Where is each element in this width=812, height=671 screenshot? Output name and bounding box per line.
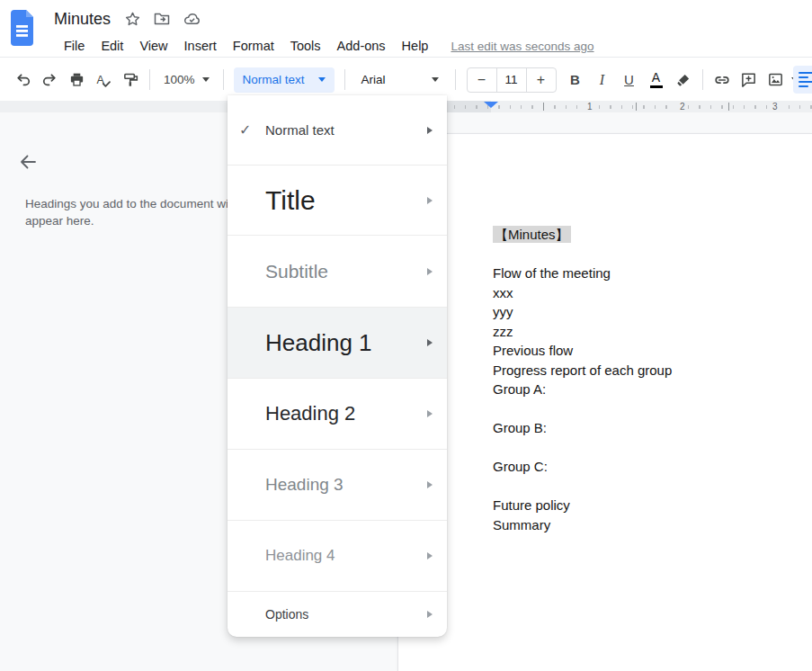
style-menu-item-label: Heading 1	[265, 329, 372, 357]
doc-line[interactable]: yyy	[493, 302, 745, 322]
spellcheck-button[interactable]: A	[90, 67, 117, 94]
outline-empty-message: Headings you add to the document will ap…	[25, 195, 252, 229]
toolbar-divider	[455, 69, 456, 90]
increase-font-size-button[interactable]: +	[527, 68, 556, 92]
style-menu-item-label: Subtitle	[265, 261, 328, 282]
highlighted-text[interactable]: 【Minutes】	[493, 226, 571, 243]
style-menu-item-heading-4[interactable]: Heading 4	[228, 520, 447, 591]
align-button[interactable]	[793, 66, 812, 94]
move-folder-icon[interactable]	[150, 7, 174, 31]
insert-link-button[interactable]	[709, 67, 736, 94]
undo-button[interactable]	[9, 67, 36, 94]
decrease-font-size-button[interactable]: −	[468, 68, 496, 92]
last-edit-link[interactable]: Last edit was seconds ago	[451, 40, 593, 53]
cloud-saved-icon[interactable]	[180, 7, 203, 31]
ruler-major-tick	[543, 103, 544, 111]
submenu-arrow-icon	[427, 197, 433, 204]
toolbar-divider	[344, 69, 345, 90]
submenu-arrow-icon	[427, 611, 433, 618]
menu-edit[interactable]: Edit	[93, 37, 131, 55]
doc-line-heading[interactable]: 【Minutes】	[493, 225, 745, 245]
toolbar: A 100% Normal text Arial − 11 + B I U	[0, 58, 812, 101]
style-menu-item-title[interactable]: Title	[228, 165, 447, 235]
redo-button[interactable]	[36, 67, 63, 94]
style-menu-item-options[interactable]: Options	[228, 591, 447, 637]
header: Minutes File Edit View Insert Format Too…	[0, 0, 812, 58]
ruler-label: 2	[677, 101, 688, 112]
font-size-value[interactable]: 11	[496, 68, 527, 92]
style-menu-item-heading-3[interactable]: Heading 3	[228, 449, 447, 520]
menu-file[interactable]: File	[56, 37, 93, 55]
doc-line[interactable]: Group C:	[493, 457, 745, 477]
doc-line[interactable]	[493, 477, 745, 497]
style-menu-item-label: Title	[265, 185, 316, 216]
doc-line[interactable]: Group A:	[493, 380, 745, 399]
text-color-icon: A	[650, 71, 663, 88]
paragraph-style-menu: ✓ Normal text Title Subtitle Heading 1 H…	[228, 95, 447, 637]
doc-line[interactable]: Future policy	[493, 496, 745, 515]
bold-button[interactable]: B	[562, 67, 589, 94]
indent-marker[interactable]	[484, 102, 498, 108]
style-menu-item-heading-1[interactable]: Heading 1	[228, 307, 447, 378]
doc-line[interactable]: Group B:	[493, 418, 745, 438]
doc-line[interactable]: Progress report of each group	[493, 361, 745, 380]
style-menu-item-heading-2[interactable]: Heading 2	[228, 378, 447, 449]
ruler-label: 3	[770, 101, 781, 112]
menu-addons[interactable]: Add-ons	[329, 37, 394, 55]
text-color-button[interactable]: A	[643, 67, 670, 94]
menu-help[interactable]: Help	[394, 37, 437, 55]
menu-tools[interactable]: Tools	[282, 37, 329, 55]
submenu-arrow-icon	[427, 339, 433, 346]
star-icon[interactable]	[120, 7, 144, 31]
style-menu-item-label: Normal text	[265, 122, 335, 138]
menu-format[interactable]: Format	[225, 37, 282, 55]
doc-line[interactable]	[493, 399, 745, 419]
doc-line[interactable]: zzz	[493, 322, 745, 342]
highlight-color-button[interactable]	[670, 67, 697, 94]
ruler-major-tick	[636, 103, 637, 111]
document-page[interactable]: 【Minutes】 Flow of the meeting xxx yyy zz…	[397, 133, 812, 671]
toolbar-divider	[149, 69, 150, 90]
insert-image-button[interactable]	[763, 67, 790, 94]
menu-view[interactable]: View	[131, 37, 175, 55]
document-body: 【Minutes】 Flow of the meeting xxx yyy zz…	[493, 225, 745, 534]
zoom-select[interactable]: 100%	[156, 67, 218, 93]
doc-line[interactable]	[493, 438, 745, 458]
italic-button[interactable]: I	[589, 67, 616, 94]
paragraph-style-select[interactable]: Normal text	[234, 67, 335, 93]
menu-insert[interactable]: Insert	[176, 37, 225, 55]
document-outline-panel: Headings you add to the document will ap…	[0, 112, 243, 472]
document-title[interactable]: Minutes	[54, 9, 114, 30]
toolbar-divider	[223, 69, 224, 90]
style-menu-item-label: Options	[265, 607, 308, 622]
submenu-arrow-icon	[427, 410, 433, 417]
font-size-stepper: − 11 +	[467, 67, 557, 93]
style-menu-item-normal-text[interactable]: ✓ Normal text	[228, 95, 447, 165]
doc-line[interactable]: Summary	[493, 515, 745, 535]
doc-line[interactable]	[493, 245, 745, 264]
doc-line[interactable]: Flow of the meeting	[493, 264, 745, 283]
check-icon: ✓	[239, 121, 251, 139]
doc-line[interactable]: Previous flow	[493, 341, 745, 361]
paint-format-button[interactable]	[117, 67, 144, 94]
submenu-arrow-icon	[427, 552, 433, 559]
style-menu-item-subtitle[interactable]: Subtitle	[228, 235, 447, 307]
close-outline-button[interactable]	[14, 148, 41, 175]
chevron-down-icon	[318, 77, 326, 82]
style-menu-item-label: Heading 2	[265, 402, 355, 425]
font-family-select[interactable]: Arial	[351, 67, 450, 93]
underline-button[interactable]: U	[616, 67, 643, 94]
zoom-value: 100%	[164, 73, 195, 86]
style-menu-item-label: Heading 3	[265, 475, 344, 495]
chevron-down-icon	[202, 77, 210, 82]
submenu-arrow-icon	[427, 127, 433, 134]
title-row: Minutes	[54, 7, 203, 31]
print-button[interactable]	[63, 67, 90, 94]
docs-logo-icon[interactable]	[9, 10, 35, 46]
font-family-value: Arial	[361, 73, 386, 86]
submenu-arrow-icon	[427, 268, 433, 275]
menu-bar: File Edit View Insert Format Tools Add-o…	[56, 36, 594, 56]
style-menu-item-label: Heading 4	[265, 547, 335, 565]
add-comment-button[interactable]	[736, 67, 763, 94]
doc-line[interactable]: xxx	[493, 283, 745, 303]
